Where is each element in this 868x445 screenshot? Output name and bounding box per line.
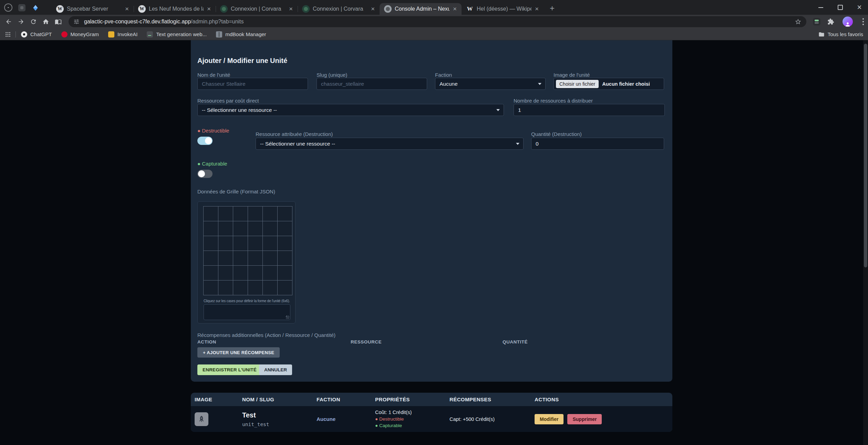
home-button[interactable]: [40, 16, 52, 28]
grid-cell[interactable]: [204, 280, 218, 295]
bookmark-star-icon[interactable]: [795, 18, 802, 25]
slug-input[interactable]: [317, 78, 427, 90]
grid-cell[interactable]: [218, 236, 233, 251]
tab-connexion-corvara-1[interactable]: Connexion | Corvara ×: [216, 3, 298, 15]
forward-button[interactable]: [15, 16, 27, 28]
bookmark-invokeai[interactable]: InvokeAI: [108, 31, 137, 38]
unit-image-file-input[interactable]: Choisir un fichier Aucun fichier choisi: [554, 78, 664, 90]
tab-les-neuf-mondes[interactable]: Les Neuf Mondes de la Mythol... ×: [134, 3, 216, 15]
tab-close-icon[interactable]: ×: [369, 5, 377, 13]
grid-cell[interactable]: [204, 236, 218, 251]
tab-hel-wikipedia[interactable]: Hel (déesse) — Wikipédia ×: [462, 3, 544, 15]
destruction-qty-input[interactable]: [531, 138, 664, 150]
destructible-toggle[interactable]: [197, 137, 213, 145]
tab-search-button[interactable]: [4, 3, 12, 12]
corvara-favicon-icon: [302, 5, 310, 13]
grid-cell[interactable]: [248, 236, 262, 251]
profile-avatar[interactable]: [843, 17, 853, 27]
grid-cell[interactable]: [218, 280, 233, 295]
site-settings-icon[interactable]: [73, 19, 80, 25]
grid-cell[interactable]: [248, 266, 262, 280]
grid-cell[interactable]: [263, 206, 277, 221]
grid-cell[interactable]: [278, 266, 292, 280]
pinned-tab-2[interactable]: [31, 3, 40, 12]
grid-cell[interactable]: [233, 221, 248, 236]
grid-cell[interactable]: [263, 251, 277, 265]
grid-cell[interactable]: [233, 251, 248, 265]
cancel-button[interactable]: ANNULER: [259, 364, 292, 375]
close-window-button[interactable]: ×: [855, 3, 864, 12]
unit-name-input[interactable]: [197, 78, 308, 90]
save-unit-button[interactable]: ENREGISTRER L'UNITÉ: [197, 364, 262, 375]
grid-cell[interactable]: [248, 251, 262, 265]
add-reward-button[interactable]: + AJOUTER UNE RÉCOMPENSE: [197, 347, 280, 358]
grid-cell[interactable]: [248, 221, 262, 236]
grid-cell[interactable]: [204, 251, 218, 265]
grid-cell[interactable]: [233, 280, 248, 295]
edit-unit-button[interactable]: Modifier: [535, 414, 564, 424]
grid-cell[interactable]: [218, 251, 233, 265]
grid-cell[interactable]: [248, 280, 262, 295]
grid-cell[interactable]: [278, 280, 292, 295]
capturable-toggle[interactable]: [197, 170, 213, 178]
grid-cell[interactable]: [278, 206, 292, 221]
divider: [16, 31, 16, 38]
cost-resource-select[interactable]: -- Sélectionner une ressource --: [197, 104, 504, 116]
grid-json-textarea[interactable]: [204, 304, 290, 320]
grid-cell[interactable]: [204, 221, 218, 236]
window-controls: ×: [816, 0, 864, 15]
grid-cell[interactable]: [218, 266, 233, 280]
bookmark-mdbook[interactable]: mdBook Manager: [216, 31, 266, 38]
grid-cell[interactable]: [263, 280, 277, 295]
tab-close-icon[interactable]: ×: [533, 5, 541, 13]
grid-cell[interactable]: [218, 221, 233, 236]
all-bookmarks-button[interactable]: Tous les favoris: [818, 31, 863, 38]
tab-close-icon[interactable]: ×: [123, 5, 131, 13]
cost-amount-label: Nombre de ressources à distribuer: [514, 98, 593, 104]
grid-cell[interactable]: [218, 206, 233, 221]
tab-connexion-corvara-2[interactable]: Connexion | Corvara ×: [298, 3, 380, 15]
grid-cell[interactable]: [248, 206, 262, 221]
cost-amount-input[interactable]: [514, 104, 665, 116]
scrollbar-thumb[interactable]: [864, 44, 867, 267]
tab-spacebar-server[interactable]: Spacebar Server ×: [52, 3, 134, 15]
pinned-tab-1[interactable]: [17, 3, 27, 12]
tab-label: Connexion | Corvara: [313, 6, 368, 12]
tab-close-icon[interactable]: ×: [287, 5, 295, 13]
grid-cell[interactable]: [278, 251, 292, 265]
unit-capturable-badge: ● Capturable: [375, 423, 450, 428]
bookmark-textgen[interactable]: Text generation web...: [147, 31, 207, 38]
reading-list-button[interactable]: [52, 16, 64, 28]
grid-cell[interactable]: [278, 221, 292, 236]
delete-unit-button[interactable]: Supprimer: [567, 414, 602, 424]
back-button[interactable]: [3, 16, 14, 28]
grid-cell[interactable]: [204, 206, 218, 221]
grid-cell[interactable]: [233, 206, 248, 221]
minimize-button[interactable]: [816, 3, 825, 12]
bookmark-moneygram[interactable]: MoneyGram: [61, 31, 99, 38]
grid-cell[interactable]: [233, 236, 248, 251]
page-scrollbar[interactable]: [863, 40, 868, 445]
grid-cell[interactable]: [263, 266, 277, 280]
apps-grid-button[interactable]: [5, 31, 11, 38]
new-tab-button[interactable]: +: [547, 3, 557, 13]
destruction-resource-select[interactable]: -- Sélectionner une ressource --: [256, 138, 524, 150]
reload-button[interactable]: [28, 16, 39, 28]
grid-cell[interactable]: [233, 266, 248, 280]
address-bar[interactable]: galactic-pve-conquest-c7fe.dev.flatlogic…: [69, 16, 806, 27]
extension-button[interactable]: [812, 17, 822, 27]
grid-cell[interactable]: [204, 266, 218, 280]
maximize-button[interactable]: [836, 3, 845, 12]
tab-label: Console Admin – Nexus: [395, 6, 450, 12]
grid-cell[interactable]: [263, 236, 277, 251]
browser-menu-button[interactable]: [858, 17, 868, 27]
tab-console-admin-nexus[interactable]: Console Admin – Nexus ×: [380, 3, 462, 15]
tab-close-icon[interactable]: ×: [451, 5, 459, 13]
faction-select[interactable]: Aucune: [435, 78, 546, 90]
bookmark-chatgpt[interactable]: ChatGPT: [21, 31, 52, 38]
extensions-menu-button[interactable]: [826, 17, 836, 27]
grid-cell[interactable]: [263, 221, 277, 236]
grid-cell[interactable]: [278, 236, 292, 251]
choose-file-button[interactable]: Choisir un fichier: [556, 80, 599, 88]
tab-close-icon[interactable]: ×: [205, 5, 213, 13]
